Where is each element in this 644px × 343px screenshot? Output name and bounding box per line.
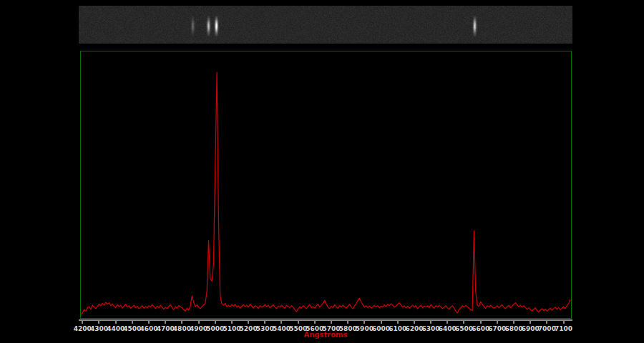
x-axis-line	[79, 319, 572, 321]
x-tick	[132, 321, 133, 324]
x-tick	[298, 321, 299, 324]
x-tick	[497, 321, 498, 324]
x-tick	[364, 321, 365, 324]
x-axis-title: Angstroms	[79, 331, 572, 339]
x-tick	[331, 321, 332, 324]
x-tick	[115, 321, 117, 324]
x-tick	[546, 321, 547, 324]
x-tick	[148, 321, 150, 324]
x-tick	[414, 321, 415, 324]
x-tick	[215, 321, 216, 324]
x-tick	[314, 321, 316, 324]
spectrum-plot-area[interactable]	[80, 51, 572, 319]
x-tick	[181, 321, 182, 324]
x-tick	[280, 321, 282, 324]
spectrum-viewer-window: 4200430044004500460047004800490050005100…	[0, 0, 644, 343]
x-tick	[397, 321, 399, 324]
x-tick	[231, 321, 233, 324]
x-tick	[198, 321, 200, 324]
spectrum-line-chart	[81, 51, 571, 318]
x-tick	[513, 321, 514, 324]
x-tick	[165, 321, 166, 324]
x-tick	[381, 321, 382, 324]
x-tick	[264, 321, 265, 324]
spectrum-trace	[81, 72, 570, 314]
x-tick	[82, 321, 83, 324]
x-tick	[463, 321, 464, 324]
x-tick	[248, 321, 249, 324]
x-tick	[530, 321, 531, 324]
x-tick	[98, 321, 99, 324]
x-tick	[347, 321, 348, 324]
x-tick	[447, 321, 448, 324]
x-tick	[480, 321, 482, 324]
x-tick	[563, 321, 565, 324]
spectrum-2d-strip-image[interactable]	[79, 6, 572, 44]
x-tick	[430, 321, 431, 324]
